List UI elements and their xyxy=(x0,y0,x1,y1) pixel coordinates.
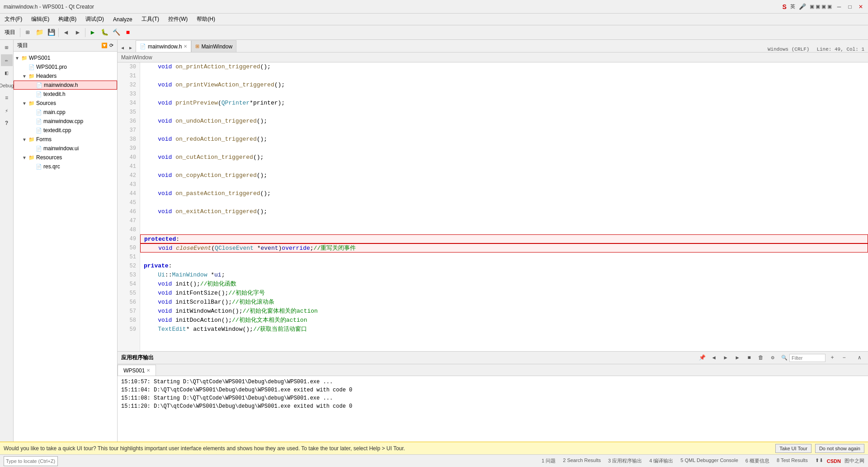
tree-item-resources[interactable]: ▼ 📁 Resources xyxy=(14,153,117,162)
toolbar-btn-save[interactable]: 💾 xyxy=(46,27,57,38)
status-section-8[interactable]: 8 Test Results xyxy=(777,457,808,464)
tree-item-forms[interactable]: ▼ 📁 Forms xyxy=(14,135,117,144)
output-close[interactable]: ∧ xyxy=(854,353,864,363)
code-line-41 xyxy=(144,162,864,171)
output-toolbar-pin[interactable]: 📌 xyxy=(697,353,707,363)
tree-icon-mainwindow-cpp: 📄 xyxy=(35,119,42,124)
tree-item-wps001pro[interactable]: 📄 WPS001.pro xyxy=(14,62,117,71)
take-ui-tour-button[interactable]: Take UI Tour xyxy=(775,444,811,453)
tree-item-textedit-h[interactable]: 📄 textedit.h xyxy=(14,90,117,99)
tab-mainwindow-h[interactable]: 📄 mainwindow.h ✕ xyxy=(136,40,191,52)
code-line-34: void printPreview(QPrinter*printer); xyxy=(144,99,864,108)
encoding-status: Windows (CRLF) xyxy=(768,47,809,52)
sidebar-edit[interactable]: ✏ xyxy=(1,54,13,66)
code-content[interactable]: void on_printAction_triggered(); void on… xyxy=(140,62,868,351)
sidebar-help[interactable]: ? xyxy=(1,118,13,129)
status-section-6[interactable]: 6 概要信息 xyxy=(745,457,769,464)
output-zoom-out[interactable]: − xyxy=(839,353,849,363)
do-not-show-button[interactable]: Do not show again xyxy=(815,444,864,453)
tree-item-main-cpp[interactable]: 📄 main.cpp xyxy=(14,108,117,117)
toolbar-btn-debug-run[interactable]: 🐛 xyxy=(99,27,110,38)
sidebar-debug[interactable]: Debug xyxy=(1,80,13,91)
status-arrows[interactable]: ⬆⬇ xyxy=(815,457,823,464)
code-line-58: void initDocAction();//初始化文本相关的action xyxy=(144,316,864,325)
menu-analyze[interactable]: Analyze xyxy=(108,14,137,25)
output-filter-input[interactable] xyxy=(789,354,826,362)
code-line-38: void on_redoAction_triggered(); xyxy=(144,135,864,144)
tree-icon-res-qrc: 📄 xyxy=(35,164,42,170)
output-tab-close-wps001[interactable]: ✕ xyxy=(146,368,150,373)
panel-sync-icon[interactable]: ⟳ xyxy=(109,43,113,48)
code-line-46: void on_exitAction_triggered(); xyxy=(144,207,864,216)
window-controls: S 英 🎤 ▣ ▣ ▣ ▣ ─ □ ✕ xyxy=(782,3,864,10)
tree-item-headers[interactable]: ▼ 📁 Headers xyxy=(14,71,117,81)
status-section-2[interactable]: 2 Search Results xyxy=(563,457,601,464)
tree-item-res-qrc[interactable]: 📄 res.qrc xyxy=(14,162,117,171)
status-section-5[interactable]: 5 QML Debugger Console xyxy=(680,457,738,464)
status-section-4[interactable]: 4 编译输出 xyxy=(649,457,673,464)
tab-mainwindow[interactable]: ⊞ MainWindow xyxy=(191,40,236,52)
status-section-1[interactable]: 1 问题 xyxy=(542,457,556,464)
code-line-55: void initFontSize();//初始化字号 xyxy=(144,289,864,298)
sidebar-design[interactable]: ◧ xyxy=(1,67,13,79)
toolbar-btn-new[interactable]: ⊞ xyxy=(22,27,33,38)
sidebar-welcome[interactable]: ⊞ xyxy=(1,42,13,53)
close-button[interactable]: ✕ xyxy=(857,3,864,10)
tab-nav-left[interactable]: ◀ xyxy=(118,44,127,52)
tree-label-wps001: WPS001 xyxy=(29,55,115,61)
tree-arrow-headers: ▼ xyxy=(21,74,28,79)
toolbar-btn-forward[interactable]: ▶ xyxy=(72,27,83,38)
toolbar-btn-stop[interactable]: ■ xyxy=(123,27,133,38)
tab-icon-mainwindow-h: 📄 xyxy=(140,43,146,49)
output-toolbar-clear[interactable]: 🗑 xyxy=(756,353,766,363)
tab-nav-right[interactable]: ▶ xyxy=(127,44,135,52)
output-toolbar-back[interactable]: ◀ xyxy=(709,353,719,363)
output-toolbar-forward[interactable]: ▶ xyxy=(721,353,731,363)
tree-item-mainwindow-cpp[interactable]: 📄 mainwindow.cpp xyxy=(14,117,117,126)
locate-input[interactable] xyxy=(4,456,58,466)
tree-label-mainwindow-h: mainwindow.h xyxy=(44,82,115,88)
output-tab-wps001[interactable]: WPS001 ✕ xyxy=(118,365,156,376)
panel-filter-icon[interactable]: 🔽 xyxy=(101,43,108,48)
tab-close-mainwindow-h[interactable]: ✕ xyxy=(184,44,187,49)
csdn-logo: CSDN xyxy=(827,458,841,464)
toolbar-btn-open[interactable]: 📁 xyxy=(34,27,45,38)
tree-item-mainwindow-ui[interactable]: 📄 mainwindow.ui xyxy=(14,144,117,153)
menu-edit[interactable]: 编辑(E) xyxy=(27,14,54,25)
tree-item-wps001[interactable]: ▼ 📁 WPS001 xyxy=(14,53,117,62)
menu-controls[interactable]: 控件(W) xyxy=(164,14,192,25)
output-zoom-in[interactable]: + xyxy=(827,353,837,363)
output-tab-label-wps001: WPS001 xyxy=(123,367,145,374)
menu-build[interactable]: 构建(B) xyxy=(54,14,81,25)
output-toolbar-options[interactable]: ⚙ xyxy=(768,353,778,363)
menu-help[interactable]: 帮助(H) xyxy=(192,14,220,25)
tree-item-mainwindow-h[interactable]: 📄 mainwindow.h xyxy=(14,81,117,90)
tree-icon-mainwindow-h: 📄 xyxy=(36,82,43,88)
line-number-33: 33 xyxy=(118,90,140,99)
menu-debug[interactable]: 调试(D) xyxy=(81,14,108,25)
toolbar-btn-run[interactable]: ▶ xyxy=(87,27,98,38)
maximize-button[interactable]: □ xyxy=(846,3,854,10)
sougou-icon: S xyxy=(782,3,786,10)
toast-actions: Take UI Tour Do not show again xyxy=(775,444,864,453)
code-line-50: void closeEvent(QCloseEvent *event)overr… xyxy=(140,243,868,253)
status-section-3[interactable]: 3 应用程序输出 xyxy=(608,457,642,464)
code-line-48 xyxy=(144,225,864,234)
project-panel-actions: 🔽 ⟳ xyxy=(101,43,113,48)
tab-label-mainwindow: MainWindow xyxy=(201,43,232,50)
line-number-53: 53 xyxy=(118,271,140,280)
output-toolbar-run[interactable]: ▶ xyxy=(732,353,742,363)
menu-tools[interactable]: 工具(T) xyxy=(137,14,164,25)
menu-file[interactable]: 文件(F) xyxy=(0,14,27,25)
minimize-button[interactable]: ─ xyxy=(835,3,843,10)
line-number-42: 42 xyxy=(118,171,140,180)
toolbar-btn-build[interactable]: 🔨 xyxy=(111,27,122,38)
line-number-37: 37 xyxy=(118,126,140,135)
tree-item-textedit-cpp[interactable]: 📄 textedit.cpp xyxy=(14,126,117,135)
tree-item-sources[interactable]: ▼ 📁 Sources xyxy=(14,99,117,108)
output-toolbar-stop[interactable]: ■ xyxy=(744,353,754,363)
site-name: 图中之网 xyxy=(844,457,864,464)
sidebar-analyze[interactable]: ⚡ xyxy=(1,105,13,117)
toolbar-btn-back[interactable]: ◀ xyxy=(61,27,71,38)
sidebar-project[interactable]: ≡ xyxy=(1,92,13,104)
